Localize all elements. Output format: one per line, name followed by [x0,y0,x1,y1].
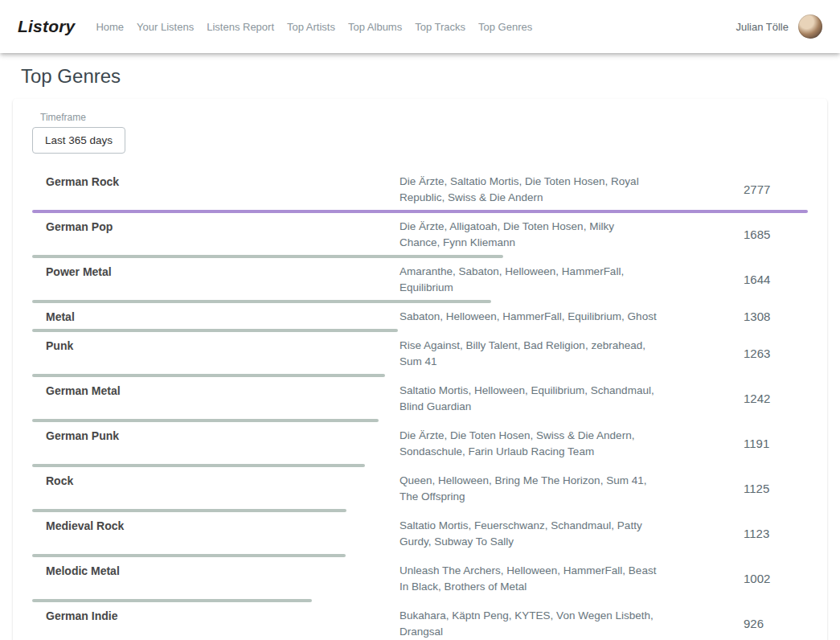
genre-count: 1123 [687,526,808,542]
genre-artists: Queen, Helloween, Bring Me The Horizon, … [400,473,657,505]
genre-artists: Rise Against, Billy Talent, Bad Religion… [400,338,657,370]
nav-item-top-albums[interactable]: Top Albums [348,21,402,33]
genre-count: 1125 [687,481,808,497]
genre-count: 1002 [687,571,808,587]
nav-item-top-tracks[interactable]: Top Tracks [415,21,465,33]
genre-row-content: German Rock Die Ärzte, Saltatio Mortis, … [32,174,808,206]
genre-name: German Punk [32,428,400,444]
genre-name: Medieval Rock [32,518,400,534]
genre-name: Punk [32,338,400,354]
main-nav: HomeYour ListensListens ReportTop Artist… [96,21,532,33]
genre-count: 1263 [687,346,808,362]
genre-count: 2777 [687,182,808,198]
genre-row-content: German Indie Bukahara, Käptn Peng, KYTES… [32,608,808,640]
genre-row: Melodic Metal Unleash The Archers, Hello… [32,557,808,602]
genre-row: German Rock Die Ärzte, Saltatio Mortis, … [32,168,808,213]
app-bar: Listory HomeYour ListensListens ReportTo… [0,0,840,53]
genre-row-content: Rock Queen, Helloween, Bring Me The Hori… [32,473,808,505]
genre-row-content: Metal Sabaton, Helloween, HammerFall, Eq… [32,309,808,325]
top-genres-card: Timeframe Last 365 days German Rock Die … [13,99,827,640]
genre-count: 1308 [687,309,808,325]
nav-item-home[interactable]: Home [96,21,124,33]
genre-name: German Rock [32,174,400,190]
genre-artists: Saltatio Mortis, Helloween, Equilibrium,… [400,383,657,415]
nav-item-listens-report[interactable]: Listens Report [207,21,274,33]
genre-artists: Die Ärzte, Die Toten Hosen, Swiss & Die … [400,428,657,460]
genre-name: German Indie [32,608,400,624]
user-avatar[interactable] [798,14,822,39]
timeframe-select[interactable]: Last 365 days [32,127,125,154]
genre-row: Medieval Rock Saltatio Mortis, Feuerschw… [32,512,808,557]
timeframe-label: Timeframe [40,112,808,123]
genre-count: 1242 [687,391,808,407]
genre-artists: Die Ärzte, Saltatio Mortis, Die Toten Ho… [400,174,657,206]
genre-row: German Indie Bukahara, Käptn Peng, KYTES… [32,602,808,640]
genre-row: Rock Queen, Helloween, Bring Me The Hori… [32,467,808,512]
genre-row-content: Punk Rise Against, Billy Talent, Bad Rel… [32,338,808,370]
user-name: Julian Tölle [736,21,789,33]
nav-item-top-artists[interactable]: Top Artists [287,21,335,33]
genre-row-content: German Punk Die Ärzte, Die Toten Hosen, … [32,428,808,460]
genre-row-content: Power Metal Amaranthe, Sabaton, Hellowee… [32,264,808,296]
genre-artists: Unleash The Archers, Helloween, HammerFa… [400,563,657,595]
genre-row-content: German Pop Die Ärzte, Alligatoah, Die To… [32,219,808,251]
genre-artists: Saltatio Mortis, Feuerschwanz, Schandmau… [400,518,657,550]
brand-logo[interactable]: Listory [18,17,75,36]
genre-name: Metal [32,309,400,325]
genre-row: Power Metal Amaranthe, Sabaton, Hellowee… [32,258,808,303]
user-menu: Julian Tölle [736,14,822,39]
genre-row-content: Melodic Metal Unleash The Archers, Hello… [32,563,808,595]
genre-name: Melodic Metal [32,563,400,579]
genre-name: Power Metal [32,264,400,280]
genre-row: German Pop Die Ärzte, Alligatoah, Die To… [32,213,808,258]
genre-row: German Punk Die Ärzte, Die Toten Hosen, … [32,422,808,467]
page-title: Top Genres [21,65,840,88]
genre-row-content: German Metal Saltatio Mortis, Helloween,… [32,383,808,415]
genre-row: Punk Rise Against, Billy Talent, Bad Rel… [32,332,808,377]
genre-row: German Metal Saltatio Mortis, Helloween,… [32,377,808,422]
nav-item-your-listens[interactable]: Your Listens [137,21,194,33]
genre-name: German Metal [32,383,400,399]
genre-artists: Die Ärzte, Alligatoah, Die Toten Hosen, … [400,219,657,251]
genre-count: 926 [687,616,808,632]
genre-row-content: Medieval Rock Saltatio Mortis, Feuerschw… [32,518,808,550]
genre-row: Metal Sabaton, Helloween, HammerFall, Eq… [32,303,808,332]
nav-item-top-genres[interactable]: Top Genres [478,21,532,33]
genre-name: Rock [32,473,400,489]
genre-artists: Amaranthe, Sabaton, Helloween, HammerFal… [400,264,657,296]
genre-artists: Bukahara, Käptn Peng, KYTES, Von Wegen L… [400,608,657,640]
genre-artists: Sabaton, Helloween, HammerFall, Equilibr… [400,309,657,325]
genre-name: German Pop [32,219,400,235]
genre-count: 1644 [687,272,808,288]
genre-list: German Rock Die Ärzte, Saltatio Mortis, … [32,168,808,640]
genre-count: 1191 [687,436,808,452]
genre-count: 1685 [687,227,808,243]
